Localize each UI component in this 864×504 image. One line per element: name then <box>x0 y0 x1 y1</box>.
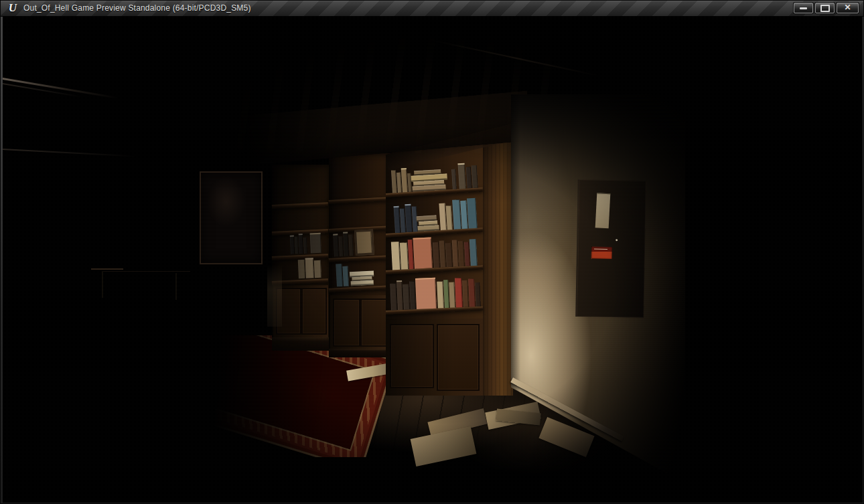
vignette-overlay <box>3 16 863 503</box>
window-controls: ✕ <box>794 3 859 13</box>
game-window: U Out_Of_Hell Game Preview Standalone (6… <box>0 0 864 504</box>
wall-painting <box>200 171 263 264</box>
table-leg <box>102 271 103 298</box>
close-button[interactable]: ✕ <box>837 3 859 13</box>
wall-sliver <box>267 265 282 327</box>
table-edge <box>91 268 123 270</box>
maximize-button[interactable] <box>815 3 835 13</box>
close-icon: ✕ <box>844 3 851 11</box>
minimize-button[interactable] <box>794 3 813 13</box>
maximize-icon <box>820 5 830 12</box>
unreal-engine-logo-icon: U <box>6 1 19 15</box>
game-viewport[interactable] <box>3 16 863 503</box>
minimize-icon <box>800 7 807 9</box>
table-edge <box>103 271 190 272</box>
title-bar[interactable]: U Out_Of_Hell Game Preview Standalone (6… <box>1 1 863 17</box>
window-title: Out_Of_Hell Game Preview Standalone (64-… <box>23 1 251 16</box>
table-leg <box>175 273 177 300</box>
